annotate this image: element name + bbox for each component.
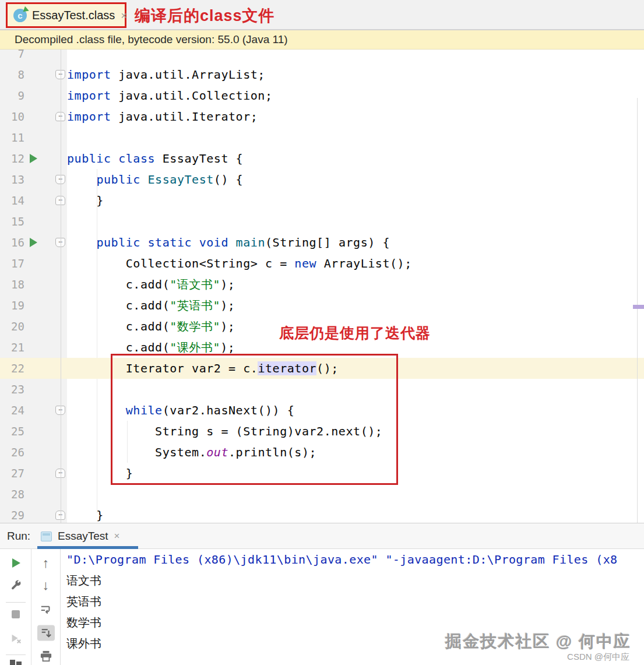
tab-annotation-text: 编译后的class文件 (135, 5, 275, 26)
gutter-space (42, 337, 67, 358)
code-line: 29− } (0, 505, 644, 523)
tab-essaytest-class[interactable]: c EssayTest.class × (6, 2, 126, 28)
gutter-separator (61, 50, 61, 523)
code-text[interactable]: public class EssayTest { (67, 148, 644, 169)
editor-tab-bar: c EssayTest.class × 编译后的class文件 (0, 0, 644, 30)
code-text[interactable]: public EssayTest() { (67, 169, 644, 190)
line-number: 28 (0, 484, 24, 505)
line-number: 13 (0, 169, 24, 190)
line-number: 19 (0, 295, 24, 316)
code-text[interactable]: c.add("英语书"); (67, 295, 644, 316)
tab-close-icon[interactable]: × (121, 10, 127, 21)
gutter-space (42, 274, 67, 295)
editor-scrollbar[interactable] (637, 98, 638, 523)
scrollbar-usage-marker[interactable] (633, 305, 644, 309)
run-toolbar-right: ↑ ↓ (31, 549, 61, 665)
ide-window: c EssayTest.class × 编译后的class文件 Decompil… (0, 0, 644, 665)
rerun-failed-tests-icon[interactable] (9, 632, 22, 645)
layout-icon[interactable] (10, 660, 22, 665)
tab-label: EssayTest.class (32, 9, 115, 22)
fold-marker-open[interactable]: − (42, 64, 67, 85)
code-text[interactable]: Collection<String> c = new ArrayList(); (67, 253, 644, 274)
console-command-line[interactable]: "D:\Program Files (x86)\jdk11\bin\java.e… (66, 549, 644, 570)
line-number: 14 (0, 190, 24, 211)
code-text[interactable]: public static void main(String[] args) { (67, 232, 644, 253)
line-number: 26 (0, 442, 24, 463)
code-line: 18 c.add("语文书"); (0, 274, 644, 295)
line-number: 20 (0, 316, 24, 337)
code-text[interactable]: } (67, 505, 644, 523)
run-label: Run: (7, 530, 30, 543)
print-icon[interactable] (40, 650, 52, 662)
line-number: 29 (0, 505, 24, 523)
gutter-space (42, 50, 67, 64)
code-line: 11 (0, 127, 644, 148)
line-number: 9 (0, 85, 24, 106)
line-number: 10 (0, 106, 24, 127)
run-tab-essaytest[interactable]: EssayTest × (37, 523, 124, 549)
code-line: 16− public static void main(String[] arg… (0, 232, 644, 253)
code-line: 8−import java.util.ArrayList; (0, 64, 644, 85)
code-text[interactable]: c.add("语文书"); (67, 274, 644, 295)
line-number: 12 (0, 148, 24, 169)
run-line-icon[interactable] (24, 154, 42, 163)
soft-wrap-icon[interactable] (40, 604, 52, 616)
fold-marker-open[interactable]: − (42, 400, 67, 421)
line-number: 8 (0, 64, 24, 85)
fold-marker-close[interactable]: − (42, 505, 67, 523)
line-number: 18 (0, 274, 24, 295)
run-tab-label: EssayTest (58, 530, 108, 543)
watermark-secondary: CSDN @何中应 (567, 652, 629, 663)
run-tab-close-icon[interactable]: × (114, 530, 120, 542)
gutter-space (42, 358, 67, 379)
rerun-icon[interactable] (10, 557, 22, 569)
fold-marker-open[interactable]: − (42, 232, 67, 253)
toolbar-divider (6, 602, 26, 603)
scroll-to-end-icon[interactable] (37, 625, 55, 641)
gutter-space (42, 211, 67, 232)
code-line: 19 c.add("英语书"); (0, 295, 644, 316)
line-number: 7 (0, 50, 24, 64)
line-number: 25 (0, 421, 24, 442)
run-toolbar-left (0, 549, 31, 665)
iterator-code-red-box (111, 354, 398, 485)
code-line: 9import java.util.Collection; (0, 85, 644, 106)
code-line: 17 Collection<String> c = new ArrayList(… (0, 253, 644, 274)
code-editor[interactable]: 78−import java.util.ArrayList;9import ja… (0, 50, 644, 523)
gutter-space (42, 421, 67, 442)
code-text[interactable]: import java.util.Iterator; (67, 106, 644, 127)
gutter-space (42, 85, 67, 106)
line-number: 27 (0, 463, 24, 484)
fold-marker-close[interactable]: − (42, 463, 67, 484)
console-tab-icon (41, 532, 52, 541)
decompiled-banner: Decompiled .class file, bytecode version… (0, 30, 644, 50)
gutter-space (42, 316, 67, 337)
stop-icon[interactable] (11, 610, 20, 619)
line-number: 11 (0, 127, 24, 148)
fold-marker-close[interactable]: − (42, 106, 67, 127)
line-number: 16 (0, 232, 24, 253)
fold-marker-open[interactable]: − (42, 169, 67, 190)
line-number: 22 (0, 358, 24, 379)
code-text[interactable]: } (67, 190, 644, 211)
gutter-space (42, 127, 67, 148)
console-output-line[interactable]: 英语书 (66, 591, 644, 612)
console-output-line[interactable]: 语文书 (66, 570, 644, 591)
gutter-space (42, 379, 67, 400)
code-text[interactable]: import java.util.Collection; (67, 85, 644, 106)
code-text[interactable]: import java.util.ArrayList; (67, 64, 644, 85)
line-number: 24 (0, 400, 24, 421)
gutter-space (42, 253, 67, 274)
gutter-space (42, 295, 67, 316)
gutter-space (42, 484, 67, 505)
run-line-icon[interactable] (24, 238, 42, 247)
up-arrow-icon[interactable]: ↑ (43, 557, 50, 569)
code-line: 15 (0, 211, 644, 232)
down-arrow-icon[interactable]: ↓ (43, 579, 50, 592)
line-number: 15 (0, 211, 24, 232)
fold-marker-close[interactable]: − (42, 190, 67, 211)
settings-wrench-icon[interactable] (9, 579, 22, 592)
code-line: 14− } (0, 190, 644, 211)
console-output-line[interactable]: 数学书 (66, 612, 644, 633)
line-number: 17 (0, 253, 24, 274)
